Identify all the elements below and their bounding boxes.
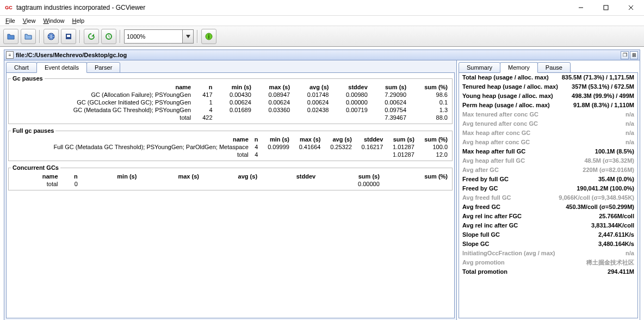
open-file-button[interactable] bbox=[3, 29, 18, 44]
title-bar: GC tagtraum industries incorporated - GC… bbox=[0, 0, 644, 16]
memory-value: 190,041.2M (100.0%) bbox=[577, 184, 634, 193]
minimize-button[interactable] bbox=[568, 0, 593, 15]
tab-memory[interactable]: Memory bbox=[500, 62, 538, 73]
memory-value: 25.766M/coll bbox=[599, 212, 634, 220]
memory-label: Max heap after full GC bbox=[462, 147, 595, 156]
memory-value: 450.3M/coll (σ=50.299M) bbox=[566, 203, 634, 211]
memory-row: Max tenured after conc GCn/a bbox=[459, 110, 637, 119]
memory-row: InitiatingOccFraction (avg / max)n/a bbox=[459, 249, 637, 258]
svg-rect-1 bbox=[604, 5, 608, 10]
memory-value: n/a bbox=[626, 129, 634, 137]
memory-row: Avg heap after full GC48.5M (σ=36.32M) bbox=[459, 156, 637, 165]
gc-pauses-fieldset: Gc pauses namenmin (s)max (s)avg (s)stdd… bbox=[8, 75, 453, 124]
app-icon: GC bbox=[4, 3, 13, 12]
memory-panel: Total heap (usage / alloc. max)835.5M (7… bbox=[459, 72, 638, 318]
memory-label: Avg rel inc after GC bbox=[462, 221, 591, 230]
table-row: GC (Allocation Failure); PSYoungGen4170.… bbox=[11, 91, 450, 99]
tab-summary[interactable]: Summary bbox=[459, 62, 500, 73]
memory-label: Total promotion bbox=[462, 268, 608, 276]
memory-label: Freed by GC bbox=[462, 184, 577, 193]
memory-value: 498.3M (99.9%) / 499M bbox=[572, 92, 634, 100]
tab-chart[interactable]: Chart bbox=[6, 62, 37, 73]
export-button[interactable] bbox=[61, 29, 76, 44]
memory-row: Young heap (usage / alloc. max)498.3M (9… bbox=[459, 91, 637, 101]
tab-parser[interactable]: Parser bbox=[86, 62, 120, 73]
memory-row: Avg freed full GC9,066K/coll (σ=9,348.94… bbox=[459, 193, 637, 202]
document-icon: ≡ bbox=[6, 51, 14, 59]
maximize-button[interactable] bbox=[593, 0, 618, 15]
tab-event-details[interactable]: Event details bbox=[36, 62, 87, 73]
memory-row: Total heap (usage / alloc. max)835.5M (7… bbox=[459, 73, 637, 82]
svg-rect-6 bbox=[67, 35, 70, 37]
table-row-total: total4227.3946788.0 bbox=[11, 114, 450, 121]
memory-label: Avg promotion bbox=[462, 259, 586, 267]
menu-file[interactable]: File bbox=[2, 16, 18, 25]
watch-button[interactable] bbox=[101, 29, 116, 44]
menu-window[interactable]: Window bbox=[40, 16, 67, 25]
memory-row: Total promotion294.411M bbox=[459, 267, 637, 276]
memory-value: n/a bbox=[626, 120, 634, 128]
event-details-content: Gc pauses namenmin (s)max (s)avg (s)stdd… bbox=[6, 72, 455, 318]
about-button[interactable]: i bbox=[201, 29, 216, 44]
memory-value: 2,447.611K/s bbox=[598, 231, 634, 239]
table-row: GC (GCLocker Initiated GC); PSYoungGen10… bbox=[11, 99, 450, 106]
memory-value: 35.4M (0.0%) bbox=[598, 175, 634, 183]
open-series-button[interactable] bbox=[21, 29, 36, 44]
memory-value: 835.5M (71.3%) / 1,171.5M bbox=[562, 73, 634, 82]
close-button[interactable] bbox=[618, 0, 643, 15]
zoom-input[interactable] bbox=[124, 29, 183, 44]
concurrent-fieldset: Concurrent GCs namenmin (s)max (s)avg (s… bbox=[8, 164, 453, 190]
tab-pause[interactable]: Pause bbox=[537, 62, 571, 73]
memory-row: Avg rel inc after FGC25.766M/coll bbox=[459, 212, 637, 221]
memory-value: 220M (σ=82.016M) bbox=[583, 166, 634, 174]
toolbar-separator bbox=[79, 30, 81, 43]
memory-label: Slope GC bbox=[462, 240, 598, 248]
toolbar-separator bbox=[120, 30, 121, 43]
memory-value: 100.1M (8.5%) bbox=[595, 147, 634, 156]
frame-maximize-button[interactable]: ❐ bbox=[621, 51, 629, 59]
internal-frame-title: file:/C:/Users/Mechrevo/Desktop/gc.log bbox=[16, 52, 620, 58]
memory-row: Avg rel inc after GC3,831.344K/coll bbox=[459, 221, 637, 230]
memory-row: Avg after GC220M (σ=82.016M) bbox=[459, 165, 637, 175]
toolbar-separator bbox=[39, 30, 40, 43]
memory-label: Avg heap after conc GC bbox=[462, 138, 626, 146]
gc-pauses-legend: Gc pauses bbox=[11, 75, 45, 82]
memory-label: Slope full GC bbox=[462, 231, 598, 239]
memory-label: Freed by full GC bbox=[462, 175, 598, 183]
open-url-button[interactable] bbox=[44, 29, 59, 44]
memory-value: 357M (53.1%) / 672.5M bbox=[572, 83, 634, 91]
full-gc-legend: Full gc pauses bbox=[11, 127, 55, 134]
table-row: Full GC (Metadata GC Threshold); PSYoung… bbox=[11, 143, 450, 151]
memory-row: Slope GC3,480.164K/s bbox=[459, 239, 637, 249]
toolbar-separator bbox=[197, 30, 198, 43]
memory-value: 3,831.344K/coll bbox=[591, 221, 634, 230]
memory-label: Tenured heap (usage / alloc. max) bbox=[462, 83, 572, 91]
memory-value: 48.5M (σ=36.32M) bbox=[584, 157, 634, 165]
memory-label: InitiatingOccFraction (avg / max) bbox=[462, 249, 626, 257]
menu-view[interactable]: View bbox=[20, 16, 39, 25]
memory-row: Freed by GC190,041.2M (100.0%) bbox=[459, 184, 637, 193]
memory-label: Young heap (usage / alloc. max) bbox=[462, 92, 572, 100]
memory-value: 3,480.164K/s bbox=[598, 240, 634, 248]
memory-row: Avg freed GC450.3M/coll (σ=50.299M) bbox=[459, 202, 637, 212]
table-row: GC (Metadata GC Threshold); PSYoungGen40… bbox=[11, 106, 450, 114]
memory-row: Max heap after conc GCn/a bbox=[459, 128, 637, 138]
memory-value: n/a bbox=[626, 110, 634, 119]
memory-label: Avg heap after full GC bbox=[462, 157, 584, 165]
refresh-button[interactable] bbox=[84, 29, 99, 44]
right-pane: Summary Memory Pause Total heap (usage /… bbox=[457, 60, 640, 320]
concurrent-legend: Concurrent GCs bbox=[11, 164, 60, 171]
memory-label: Total heap (usage / alloc. max) bbox=[462, 73, 562, 82]
menu-help[interactable]: Help bbox=[69, 16, 88, 25]
internal-frame-titlebar[interactable]: ≡ file:/C:/Users/Mechrevo/Desktop/gc.log… bbox=[4, 50, 640, 60]
memory-label: Avg freed GC bbox=[462, 203, 566, 211]
memory-row: Slope full GC2,447.611K/s bbox=[459, 230, 637, 239]
memory-row: Freed by full GC35.4M (0.0%) bbox=[459, 175, 637, 184]
toolbar: i bbox=[0, 26, 644, 47]
zoom-dropdown-button[interactable] bbox=[183, 29, 194, 44]
frame-close-button[interactable]: ⊠ bbox=[630, 51, 638, 59]
memory-row: Tenured heap (usage / alloc. max)357M (5… bbox=[459, 82, 637, 91]
title-text: tagtraum industries incorporated - GCVie… bbox=[16, 4, 568, 11]
memory-value: n/a bbox=[626, 138, 634, 146]
memory-row: Avg promotion稀土掘金技术社区 bbox=[459, 258, 637, 267]
